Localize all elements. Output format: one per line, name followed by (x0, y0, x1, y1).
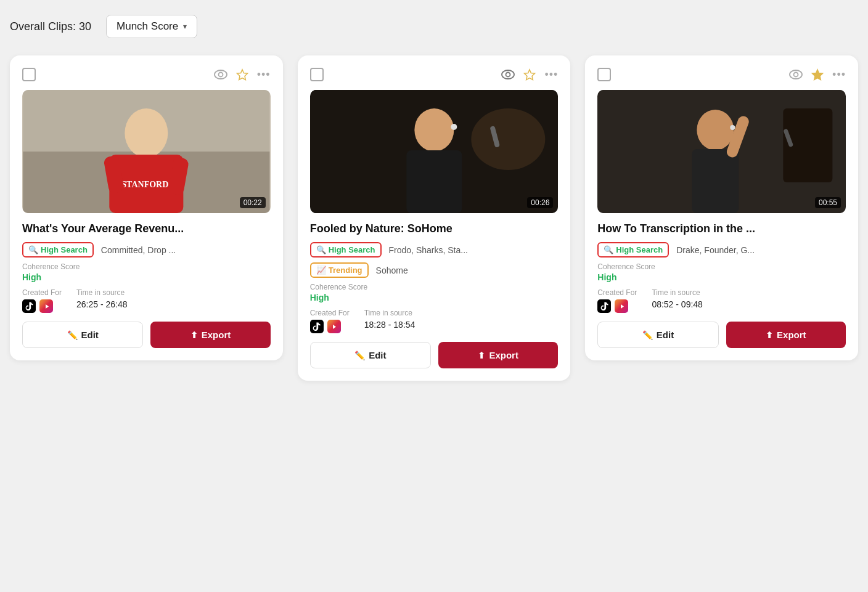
svg-point-11 (502, 70, 514, 79)
card-actions-2: ••• (501, 68, 558, 81)
export-label-1: Export (202, 330, 231, 340)
time-value-2: 18:28 - 18:54 (364, 320, 416, 330)
export-icon-1 (190, 330, 198, 340)
preview-button-2[interactable] (501, 70, 515, 79)
card-title-1: What's Your Average Revenu... (22, 222, 271, 236)
export-button-1[interactable]: Export (150, 322, 270, 348)
export-button-2[interactable]: Export (438, 342, 558, 368)
meta-row-3: Created For Time in source 08:52 - 09:48 (597, 288, 846, 313)
favorite-button-1[interactable] (236, 68, 248, 81)
export-icon-3 (766, 330, 773, 340)
created-for-label-3: Created For (597, 288, 637, 297)
time-label-1: Time in source (76, 288, 128, 297)
high-search-tag-2: 🔍 High Search (310, 242, 382, 257)
platform-icons-2 (310, 320, 350, 333)
keywords-2: Frodo, Sharks, Sta... (389, 245, 468, 255)
svg-marker-10 (46, 304, 49, 309)
duration-badge-3: 00:55 (815, 197, 841, 208)
reels-icon-3 (615, 299, 628, 313)
coherence-label-2: Coherence Score (310, 283, 559, 291)
high-search-tag-3: 🔍 High Search (597, 242, 669, 257)
platform-icons-1 (22, 299, 62, 313)
edit-button-1[interactable]: Edit (22, 322, 143, 348)
tiktok-icon-2 (310, 320, 324, 333)
svg-point-12 (506, 73, 510, 77)
trending-label-2: Trending (329, 266, 362, 275)
card-top-1: ••• (22, 68, 271, 81)
high-search-label-2: High Search (329, 245, 375, 254)
svg-point-18 (451, 124, 457, 130)
duration-badge-2: 00:26 (527, 197, 553, 208)
coherence-label-1: Coherence Score (22, 262, 271, 271)
dropdown-arrow-icon: ▾ (183, 22, 187, 31)
tags-row-3: 🔍 High Search Drake, Founder, G... (597, 242, 846, 257)
edit-label-1: Edit (81, 330, 99, 340)
favorite-button-3[interactable] (811, 68, 824, 81)
export-icon-2 (478, 350, 485, 360)
pencil-icon-1 (67, 330, 78, 340)
svg-text:STANFORD: STANFORD (121, 180, 168, 189)
platform-icons-3 (597, 299, 637, 313)
edit-button-3[interactable]: Edit (597, 322, 718, 348)
card-checkbox-1[interactable] (22, 68, 36, 81)
preview-button-3[interactable] (789, 70, 803, 79)
card-top-3: ••• (597, 68, 846, 81)
pencil-icon-3 (642, 330, 653, 340)
more-options-button-1[interactable]: ••• (257, 68, 271, 81)
header: Overall Clips: 30 Munch Score ▾ (10, 10, 858, 43)
svg-point-22 (794, 73, 798, 77)
card-title-3: How To Transcription in the ... (597, 222, 846, 236)
svg-rect-17 (406, 150, 462, 213)
coherence-value-2: High (310, 293, 559, 302)
svg-point-29 (731, 125, 735, 130)
clip-card-3: ••• 00:55 How To Transcription in the ..… (585, 55, 858, 360)
svg-rect-6 (109, 155, 183, 213)
svg-rect-9 (168, 156, 189, 195)
svg-marker-13 (525, 70, 535, 80)
export-button-3[interactable]: Export (726, 322, 846, 348)
tags-row-2: 🔍 High Search Frodo, Sharks, Sta... (310, 242, 559, 257)
time-value-1: 26:25 - 26:48 (76, 299, 128, 309)
keywords-1: Committed, Drop ... (101, 245, 176, 255)
sort-dropdown[interactable]: Munch Score ▾ (106, 15, 197, 38)
more-options-button-3[interactable]: ••• (832, 68, 846, 81)
card-checkbox-3[interactable] (597, 68, 611, 81)
created-for-1: Created For (22, 288, 62, 313)
reels-icon-1 (39, 299, 53, 313)
created-for-label-1: Created For (22, 288, 62, 297)
trending-icon-2: 📈 (316, 266, 326, 275)
duration-badge-1: 00:22 (240, 197, 266, 208)
coherence-label-3: Coherence Score (597, 262, 846, 271)
high-search-tag-1: 🔍 High Search (22, 242, 94, 257)
tags-row-2b: 📈 Trending Sohome (310, 262, 559, 278)
edit-button-2[interactable]: Edit (310, 342, 431, 368)
time-col-3: Time in source 08:52 - 09:48 (652, 288, 703, 313)
extra-tag-2: Sohome (376, 266, 408, 275)
button-row-1: Edit Export (22, 322, 271, 348)
thumbnail-3: 00:55 (597, 90, 846, 213)
svg-point-1 (218, 73, 223, 77)
svg-point-15 (471, 108, 545, 170)
coherence-value-3: High (597, 272, 846, 282)
overall-clips-label: Overall Clips: 30 (10, 20, 91, 33)
more-options-button-2[interactable]: ••• (544, 68, 558, 81)
coherence-value-1: High (22, 272, 271, 282)
search-bar-icon-1: 🔍 (28, 245, 38, 254)
search-bar-icon-3: 🔍 (604, 245, 613, 254)
clip-card-2: ••• 00:26 Fooled by Nature: SoHome � (298, 55, 571, 381)
time-col-2: Time in source 18:28 - 18:54 (364, 309, 416, 333)
trending-tag-2: 📈 Trending (310, 262, 369, 278)
svg-rect-3 (23, 90, 269, 213)
svg-point-26 (697, 110, 734, 150)
created-for-2: Created For (310, 309, 350, 333)
svg-rect-27 (692, 149, 739, 213)
card-checkbox-2[interactable] (310, 68, 324, 81)
favorite-button-2[interactable] (523, 68, 536, 81)
svg-marker-31 (621, 304, 624, 309)
svg-rect-8 (103, 155, 125, 194)
svg-point-21 (790, 70, 802, 79)
preview-button-1[interactable] (214, 70, 227, 79)
svg-marker-2 (237, 70, 247, 80)
edit-label-3: Edit (657, 330, 674, 340)
svg-point-0 (215, 70, 227, 79)
